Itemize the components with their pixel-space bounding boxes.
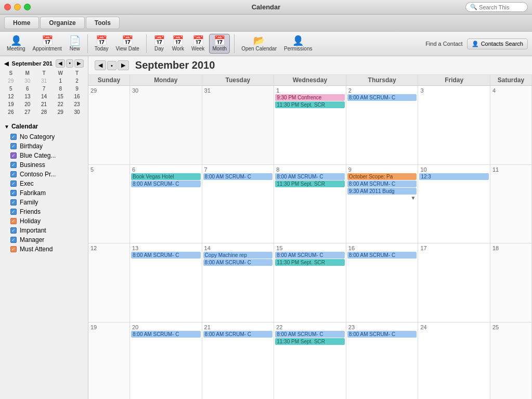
cal-cell-10[interactable]: 1012:3 — [418, 165, 490, 243]
mini-cal-day[interactable]: 16 — [69, 93, 85, 100]
mini-cal-day[interactable]: 12 — [3, 93, 19, 100]
mini-cal-day[interactable]: 30 — [20, 78, 35, 84]
cal-cell-21[interactable]: 218:00 AM SCRUM- C — [202, 323, 275, 400]
event-3-1-0[interactable]: 8:00 AM SCRUM- C — [131, 331, 201, 338]
contacts-search-button[interactable]: 👤 Contacts Search — [467, 38, 528, 49]
event-2-1-0[interactable]: 8:00 AM SCRUM- C — [131, 252, 201, 259]
month-button[interactable]: 📅 Month — [209, 34, 230, 54]
mini-cal-day[interactable]: 9 — [69, 85, 85, 92]
close-button[interactable] — [4, 4, 11, 10]
mini-cal-day[interactable]: 7 — [36, 85, 52, 92]
checkbox-contoso[interactable] — [10, 171, 17, 177]
cal-cell-18[interactable]: 18 — [490, 243, 532, 322]
appointment-button[interactable]: 📅 Appointment — [30, 34, 64, 53]
search-input[interactable] — [479, 4, 523, 10]
cal-cell-17[interactable]: 17 — [418, 243, 490, 322]
cal-cell-4[interactable]: 4 — [490, 86, 532, 164]
event-2-2-0[interactable]: Copy Machine rep — [203, 252, 273, 259]
checkbox-family[interactable] — [10, 199, 17, 205]
cal-prev-button[interactable]: ◀ — [95, 60, 106, 70]
cal-cell-13[interactable]: 138:00 AM SCRUM- C — [130, 243, 202, 322]
mini-cal-day[interactable]: 22 — [53, 101, 68, 108]
cal-cell-20[interactable]: 208:00 AM SCRUM- C — [130, 323, 202, 400]
event-1-1-1[interactable]: 8:00 AM SCRUM- C — [131, 181, 201, 187]
checkbox-friends[interactable] — [10, 209, 17, 215]
mini-cal-day[interactable]: 21 — [36, 101, 52, 108]
mini-cal-nav[interactable]: ◀ • ▶ — [56, 59, 84, 68]
cal-cell-1[interactable]: 19:30 PM Confrence11:30 PM Sept. SCR — [274, 86, 346, 164]
mini-cal-day[interactable]: 2 — [69, 78, 85, 84]
mini-cal-day[interactable]: 5 — [3, 85, 19, 92]
cal-cell-19[interactable]: 19 — [88, 323, 130, 400]
calendar-item-birthday[interactable]: Birthday — [0, 141, 88, 151]
event-2-3-1[interactable]: 11:30 PM Sept. SCR — [275, 259, 345, 266]
mini-cal-day[interactable]: 29 — [53, 109, 68, 115]
calendar-item-no-category[interactable]: No Category — [0, 132, 88, 141]
cal-cell-6[interactable]: 6Book Vegas Hotel8:00 AM SCRUM- C — [130, 165, 202, 243]
cal-cell-24[interactable]: 24 — [418, 323, 490, 400]
maximize-button[interactable] — [24, 4, 31, 10]
cal-cell-25[interactable]: 25 — [490, 323, 532, 400]
calendar-item-business[interactable]: Business — [0, 160, 88, 170]
mini-cal-day[interactable]: 20 — [20, 101, 35, 108]
checkbox-holiday[interactable] — [10, 218, 17, 224]
mini-cal-day[interactable]: 19 — [3, 101, 19, 108]
calendar-item-contoso[interactable]: Contoso Pr... — [0, 170, 88, 179]
event-1-5-0[interactable]: 12:3 — [419, 173, 489, 180]
calendar-item-friends[interactable]: Friends — [0, 207, 88, 216]
cal-cell-14[interactable]: 14Copy Machine rep8:00 AM SCRUM- C — [202, 243, 275, 322]
mini-cal-day[interactable]: 26 — [3, 109, 19, 115]
day-button[interactable]: 📅 Day — [151, 34, 167, 53]
new-button[interactable]: 📄 New — [67, 34, 83, 53]
checkbox-blue-category[interactable] — [10, 152, 17, 159]
cal-nav-arrows[interactable]: ◀ • ▶ — [95, 60, 129, 70]
event-1-3-1[interactable]: 11:30 PM Sept. SCR — [275, 181, 345, 187]
mini-cal-forward[interactable]: ▶ — [74, 59, 84, 68]
mini-cal-day[interactable]: 13 — [20, 93, 35, 100]
tab-home[interactable]: Home — [4, 17, 39, 29]
open-calendar-button[interactable]: 📂 Open Calendar — [239, 34, 279, 53]
cal-cell-30[interactable]: 30 — [130, 86, 202, 164]
tab-tools[interactable]: Tools — [86, 17, 120, 29]
checkbox-no-category[interactable] — [10, 134, 17, 140]
checkbox-must-attend[interactable] — [10, 246, 17, 252]
mini-cal-day[interactable]: 15 — [53, 93, 68, 100]
permissions-button[interactable]: 👤 Permissions — [281, 34, 315, 53]
more-events-indicator[interactable]: ▼ — [347, 195, 417, 201]
event-3-4-0[interactable]: 8:00 AM SCRUM- C — [347, 331, 417, 338]
cal-cell-3[interactable]: 3 — [418, 86, 490, 164]
meeting-button[interactable]: 👤 Meeting — [4, 34, 28, 53]
cal-today-button[interactable]: • — [107, 61, 116, 70]
minimize-button[interactable] — [14, 4, 21, 10]
mini-cal-today[interactable]: • — [66, 59, 73, 68]
event-3-3-1[interactable]: 11:30 PM Sept. SCR — [275, 338, 345, 345]
event-3-3-0[interactable]: 8:00 AM SCRUM- C — [275, 331, 345, 338]
event-1-4-0[interactable]: October Scope; Pa — [347, 173, 417, 180]
calendar-item-fabrikam[interactable]: Fabrikam — [0, 188, 88, 198]
checkbox-manager[interactable] — [10, 237, 17, 243]
calendar-item-blue-category[interactable]: Blue Categ... — [0, 151, 88, 160]
cal-cell-22[interactable]: 228:00 AM SCRUM- C11:30 PM Sept. SCR — [274, 323, 346, 400]
tab-organize[interactable]: Organize — [40, 17, 84, 29]
mini-cal-day[interactable]: 23 — [69, 101, 85, 108]
mini-cal-day[interactable]: 31 — [36, 78, 52, 84]
event-1-2-0[interactable]: 8:00 AM SCRUM- C — [203, 173, 273, 180]
mini-cal-back[interactable]: ◀ — [56, 59, 65, 68]
view-date-button[interactable]: 📅 View Date — [113, 34, 141, 53]
checkbox-exec[interactable] — [10, 181, 17, 187]
event-3-2-0[interactable]: 8:00 AM SCRUM- C — [203, 331, 273, 338]
search-box[interactable]: 🔍 — [465, 2, 528, 12]
today-button[interactable]: 📅 Today — [92, 34, 111, 53]
cal-cell-15[interactable]: 158:00 AM SCRUM- C11:30 PM Sept. SCR — [274, 243, 346, 322]
cal-next-button[interactable]: ▶ — [118, 60, 129, 70]
event-1-4-1[interactable]: 8:00 AM SCRUM- C — [347, 181, 417, 187]
calendar-item-important[interactable]: Important — [0, 226, 88, 235]
sidebar-scroll[interactable]: ▼ Calendar No CategoryBirthdayBlue Categ… — [0, 119, 88, 399]
cal-cell-16[interactable]: 168:00 AM SCRUM- C — [346, 243, 419, 322]
cal-cell-8[interactable]: 88:00 AM SCRUM- C11:30 PM Sept. SCR — [274, 165, 346, 243]
event-0-4-0[interactable]: 8:00 AM SCRUM- C — [347, 94, 417, 101]
mini-cal-day[interactable]: 29 — [3, 78, 19, 84]
mini-cal-day[interactable]: 6 — [20, 85, 35, 92]
event-0-3-1[interactable]: 11:30 PM Sept. SCR — [275, 101, 345, 108]
work-button[interactable]: 📅 Work — [170, 34, 187, 53]
